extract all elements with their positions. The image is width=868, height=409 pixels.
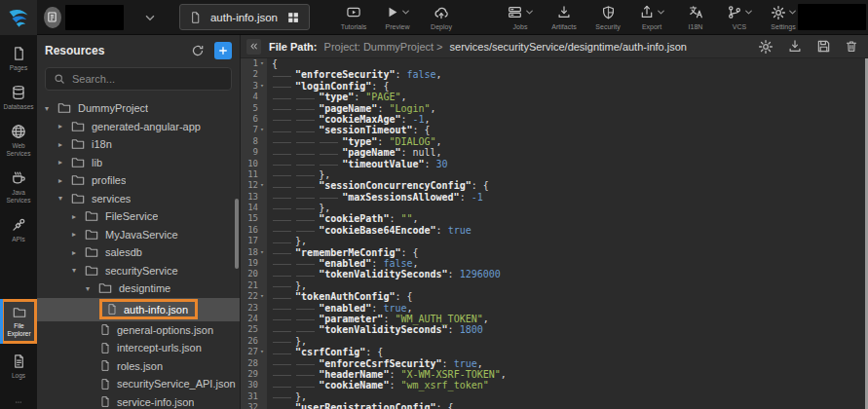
- chevron-right-icon[interactable]: ▸: [72, 212, 84, 221]
- tree-item-salesdb[interactable]: ▸salesdb: [37, 243, 240, 262]
- sidebar-item-web-services[interactable]: Web Services: [0, 120, 37, 161]
- save-button[interactable]: [816, 39, 831, 55]
- add-resource-button[interactable]: [214, 42, 232, 59]
- fold-marker-icon[interactable]: ▾: [258, 125, 266, 135]
- chevron-down-icon[interactable]: ▾: [72, 266, 84, 275]
- chevron-right-icon[interactable]: ▸: [58, 176, 70, 185]
- chevron-right-icon[interactable]: ▸: [58, 140, 70, 149]
- code-line[interactable]: 31 },: [241, 391, 868, 402]
- toolbar-tutorials-button[interactable]: Tutorials: [339, 5, 368, 30]
- sidebar-item-databases[interactable]: Databases: [0, 81, 37, 114]
- tree-item-fileservice[interactable]: ▸FileService: [37, 207, 240, 226]
- toolbar-artifacts-button[interactable]: Artifacts: [549, 5, 579, 30]
- code-line[interactable]: 13 "maxSessionsAllowed": -1: [241, 192, 868, 203]
- code-line[interactable]: 19 "enabled": false,: [241, 258, 868, 269]
- tree-item-myjavaservice[interactable]: ▸MyJavaService: [37, 226, 240, 244]
- toolbar-export-button[interactable]: Export: [637, 5, 666, 30]
- chevron-right-icon[interactable]: ▸: [72, 230, 84, 239]
- toolbar-deploy-button[interactable]: Deploy: [427, 5, 456, 30]
- chevron-down-icon[interactable]: [143, 11, 157, 24]
- chevron-down-icon[interactable]: ▾: [86, 284, 97, 293]
- code-line[interactable]: 1▾ {: [241, 58, 868, 69]
- code-line[interactable]: 25 "tokenValiditySeconds": 1800: [241, 324, 868, 335]
- code-line[interactable]: 11 },: [241, 169, 868, 180]
- tree-item-generated-angular-app[interactable]: ▸generated-angular-app: [37, 118, 240, 136]
- tree-item-auth-info-json[interactable]: auth-info.json: [37, 298, 240, 321]
- download-button[interactable]: [787, 39, 803, 55]
- tree-item-securityservice[interactable]: ▾securityService: [37, 262, 240, 280]
- code-area[interactable]: 1▾ { 2 "enforceSecurity": false, 3▾ "log…: [241, 58, 868, 409]
- code-line[interactable]: 16 "cookieBase64Encode": true: [241, 225, 868, 236]
- refresh-icon[interactable]: [191, 44, 205, 57]
- delete-button[interactable]: [845, 39, 858, 55]
- toolbar-security-button[interactable]: Security: [593, 5, 623, 30]
- code-line[interactable]: 29 "headerName": "X-WM-XSRF-TOKEN",: [241, 369, 868, 380]
- tree-item-i18n[interactable]: ▸i18n: [37, 135, 240, 154]
- code-line[interactable]: 14 },: [241, 203, 868, 213]
- tree-item-lib[interactable]: ▸lib: [37, 154, 240, 172]
- toolbar-i18n-button[interactable]: I18N: [681, 5, 710, 30]
- chevron-down-icon[interactable]: ▾: [58, 194, 70, 203]
- code-line[interactable]: 27▾ "csrfConfig": {: [241, 347, 868, 357]
- code-line[interactable]: 15 "cookiePath": "",: [241, 213, 868, 224]
- fold-marker-icon[interactable]: ▾: [258, 58, 266, 69]
- code-line[interactable]: 4 "type": "PAGE",: [241, 92, 868, 102]
- code-line[interactable]: 28 "enforceCsrfSecurity": true,: [241, 358, 868, 369]
- tree-item-designtime[interactable]: ▾designtime: [37, 279, 240, 298]
- sidebar-item-pages[interactable]: Pages: [0, 42, 37, 75]
- tree-item-roles-json[interactable]: roles.json: [37, 357, 240, 376]
- sidebar-item-apis[interactable]: APIs: [0, 213, 37, 246]
- chevron-down-icon[interactable]: ▾: [45, 104, 57, 113]
- toolbar-vcs-button[interactable]: VCS: [725, 5, 754, 30]
- chevron-right-icon[interactable]: ▸: [72, 248, 84, 257]
- tree-item-intercept-urls-json[interactable]: intercept-urls.json: [37, 339, 240, 357]
- chevron-right-icon[interactable]: ▸: [58, 122, 70, 130]
- code-line[interactable]: 3▾ "loginConfig": {: [241, 81, 868, 92]
- code-line[interactable]: 20 "tokenValiditySeconds": 1296000: [241, 269, 868, 279]
- sidebar-item-file-explorer[interactable]: File Explorer: [1, 299, 37, 344]
- fold-marker-icon[interactable]: ▾: [258, 81, 266, 92]
- tree-item-dummyproject[interactable]: ▾DummyProject: [37, 99, 240, 118]
- toolbar-preview-button[interactable]: Preview: [383, 5, 412, 30]
- code-line[interactable]: 21 },: [241, 280, 868, 291]
- sidebar-item-more[interactable]: [0, 394, 37, 409]
- tree-item-profiles[interactable]: ▸profiles: [37, 171, 240, 190]
- code-line[interactable]: 6 "cookieMaxAge": -1,: [241, 114, 868, 125]
- fold-marker-icon[interactable]: ▾: [258, 347, 266, 357]
- code-line[interactable]: 23 "enabled": true,: [241, 303, 868, 314]
- search-input[interactable]: [72, 73, 223, 85]
- fold-marker-icon[interactable]: ▾: [258, 247, 266, 258]
- code-line[interactable]: 30 "cookieName": "wm_xsrf_token": [241, 380, 868, 390]
- tree-item-service-info-json[interactable]: service-info.json: [37, 393, 240, 409]
- code-line[interactable]: 7▾ "sessionTimeout": {: [241, 125, 868, 135]
- toolbar-jobs-button[interactable]: Jobs: [506, 5, 535, 30]
- code-line[interactable]: 8 "type": "DIALOG",: [241, 136, 868, 147]
- code-line[interactable]: 18▾ "rememberMeConfig": {: [241, 247, 868, 258]
- grid-view-icon[interactable]: [286, 11, 300, 24]
- code-line[interactable]: 17 },: [241, 236, 868, 246]
- code-line[interactable]: 10 "timeoutValue": 30: [241, 159, 868, 169]
- open-file-tab[interactable]: auth-info.json: [179, 4, 310, 30]
- tree-item-securityservice-api-json[interactable]: securityService_API.json: [37, 375, 240, 393]
- app-logo[interactable]: [0, 0, 37, 35]
- tree-item-services[interactable]: ▾services: [37, 190, 240, 208]
- code-line[interactable]: 22▾ "tokenAuthConfig": {: [241, 291, 868, 302]
- fold-marker-icon[interactable]: ▾: [258, 180, 266, 191]
- code-line[interactable]: 32 "userRegistrationConfig": {: [241, 402, 868, 409]
- sidebar-item-logs[interactable]: Logs: [0, 350, 37, 383]
- code-line[interactable]: 2 "enforceSecurity": false,: [241, 69, 868, 80]
- tree-item-general-options-json[interactable]: general-options.json: [37, 321, 240, 340]
- settings-button[interactable]: [758, 39, 774, 55]
- code-line[interactable]: 5 "pageName": "Login",: [241, 103, 868, 114]
- sidebar-item-java-services[interactable]: Java Services: [0, 167, 37, 207]
- code-line[interactable]: 12▾ "sessionConcurrencyConfig": {: [241, 180, 868, 191]
- code-line[interactable]: 24 "parameter": "WM_AUTH_TOKEN",: [241, 314, 868, 324]
- project-avatar[interactable]: [44, 7, 61, 28]
- chevron-right-icon[interactable]: ▸: [58, 158, 70, 167]
- collapse-panel-button[interactable]: [246, 39, 261, 55]
- toolbar-settings-button[interactable]: Settings: [769, 5, 798, 30]
- tree-scrollbar[interactable]: [235, 199, 239, 269]
- resources-search[interactable]: [45, 67, 232, 91]
- fold-marker-icon[interactable]: ▾: [258, 291, 266, 302]
- code-line[interactable]: 9 "pageName": null,: [241, 147, 868, 158]
